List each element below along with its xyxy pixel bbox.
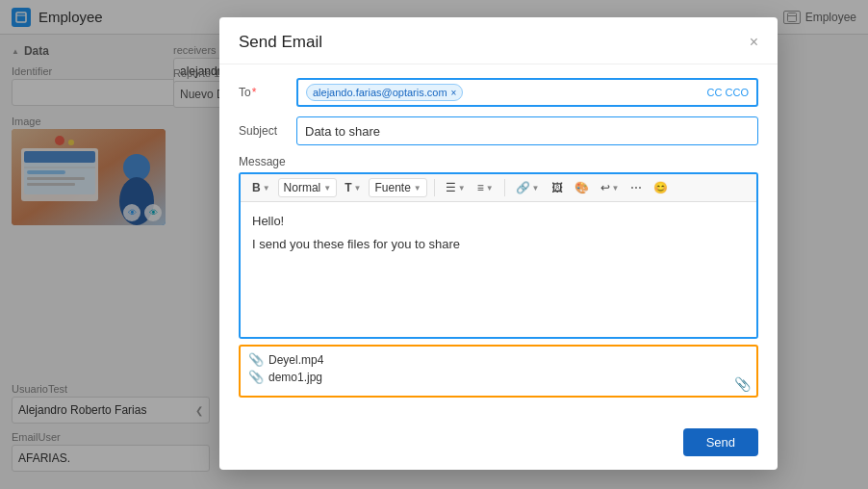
style-dropdown[interactable]: Normal ▼ [278, 178, 338, 197]
modal-close-button[interactable]: × [750, 35, 758, 50]
message-line2: I send you these files for you to share [252, 235, 745, 254]
modal-footer: Send [219, 419, 778, 470]
undo-arrow-icon: ▼ [612, 184, 620, 193]
image-button[interactable]: 🖼 [548, 179, 567, 196]
bold-button[interactable]: B ▼ [248, 179, 274, 196]
subject-input[interactable] [296, 116, 758, 145]
to-required: * [252, 86, 257, 99]
bold-arrow: ▼ [263, 184, 270, 193]
link-arrow-icon: ▼ [532, 184, 540, 193]
list-arrow-icon: ▼ [458, 184, 466, 193]
emoji-button[interactable]: 😊 [650, 179, 672, 196]
font-dropdown[interactable]: Fuente ▼ [369, 178, 426, 197]
to-field[interactable]: alejando.farias@optaris.com × CC CCO [296, 78, 758, 107]
attachment-item-2: 📎 demo1.jpg [248, 370, 749, 384]
to-tag-remove[interactable]: × [451, 88, 457, 98]
to-row: To* alejando.farias@optaris.com × CC CCO [239, 78, 758, 107]
separator-2 [504, 179, 505, 196]
subject-label: Subject [239, 124, 296, 138]
editor-container: B ▼ Normal ▼ T ▼ Fuente [239, 172, 758, 339]
paperclip-icon-2: 📎 [248, 370, 264, 384]
link-button[interactable]: 🔗 ▼ [512, 179, 544, 196]
style-arrow-icon: ▼ [323, 184, 331, 193]
text-arrow-icon: ▼ [354, 184, 362, 193]
send-email-modal: Send Email × To* alejando.farias@optaris… [219, 17, 778, 470]
attachments-box: 📎 Deyel.mp4 📎 demo1.jpg 📎 [239, 345, 758, 398]
modal-body: To* alejando.farias@optaris.com × CC CCO… [219, 64, 778, 419]
send-button[interactable]: Send [683, 428, 758, 456]
message-section: Message B ▼ Normal ▼ T [239, 155, 758, 398]
modal-header: Send Email × [219, 17, 778, 64]
list-button[interactable]: ☰ ▼ [442, 179, 470, 196]
to-label: To* [239, 86, 296, 99]
text-format-button[interactable]: T ▼ [341, 179, 365, 196]
message-line1: Hello! [252, 212, 745, 231]
cc-cco-button[interactable]: CC CCO [707, 87, 749, 98]
attachment-item-1: 📎 Deyel.mp4 [248, 352, 749, 367]
separator-1 [434, 179, 435, 196]
undo-button[interactable]: ↩ ▼ [597, 179, 624, 196]
editor-toolbar: B ▼ Normal ▼ T ▼ Fuente [241, 174, 756, 202]
message-label: Message [239, 155, 758, 168]
align-button[interactable]: ≡ ▼ [473, 179, 498, 196]
more-button[interactable]: ⋯ [626, 179, 646, 196]
subject-row: Subject [239, 116, 758, 145]
paint-button[interactable]: 🎨 [571, 179, 593, 196]
to-email-tag: alejando.farias@optaris.com × [306, 84, 463, 101]
align-arrow-icon: ▼ [486, 184, 494, 193]
modal-title: Send Email [239, 33, 322, 52]
font-arrow-icon: ▼ [414, 184, 421, 193]
editor-content[interactable]: Hello! I send you these files for you to… [241, 202, 756, 337]
add-attachment-icon[interactable]: 📎 [734, 376, 751, 392]
paperclip-icon-1: 📎 [248, 352, 264, 367]
